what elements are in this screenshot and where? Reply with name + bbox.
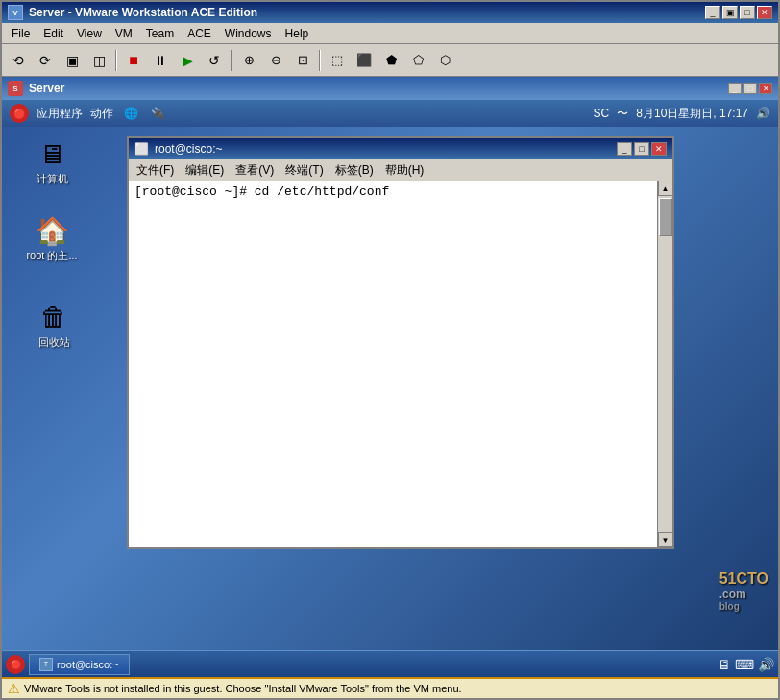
bottom-taskbar: 🔴 T root@cisco:~ 🖥 ⌨ 🔊 bbox=[2, 650, 778, 677]
vmware-window: V Server - VMware Workstation ACE Editio… bbox=[0, 0, 780, 700]
toolbar-btn-9[interactable]: ⬛ bbox=[352, 48, 377, 73]
computer-icon-label: 计算机 bbox=[35, 171, 70, 187]
server-icon: S bbox=[8, 81, 23, 96]
terminal-maximize-btn[interactable]: □ bbox=[634, 142, 649, 156]
toolbar-btn-11[interactable]: ⬠ bbox=[405, 48, 430, 73]
terminal-title-bar: ⬜ root@cisco:~ _ □ ✕ bbox=[129, 138, 672, 159]
taskbar-terminal-btn[interactable]: T root@cisco:~ bbox=[29, 654, 130, 675]
toolbar-btn-play[interactable]: ▶ bbox=[175, 48, 200, 73]
terminal-menu-edit[interactable]: 编辑(E) bbox=[182, 161, 228, 180]
terminal-close-btn[interactable]: ✕ bbox=[651, 142, 667, 156]
toolbar-btn-refresh[interactable]: ↺ bbox=[202, 48, 227, 73]
menu-ace[interactable]: ACE bbox=[182, 25, 217, 42]
trash-icon-label: 回收站 bbox=[37, 334, 72, 350]
desktop-icon-trash[interactable]: 🗑 回收站 bbox=[23, 300, 85, 350]
maximize-button[interactable]: □ bbox=[740, 6, 755, 19]
terminal-menu-file[interactable]: 文件(F) bbox=[133, 161, 178, 180]
toolbar: ⟲ ⟳ ▣ ◫ ■ ⏸ ▶ ↺ ⊕ ⊖ ⊡ ⬚ ⬛ ⬟ ⬠ ⬡ bbox=[2, 44, 778, 77]
taskbar-terminal-label: root@cisco:~ bbox=[57, 659, 119, 670]
desktop-icon-home[interactable]: 🏠 root 的主... bbox=[21, 213, 83, 264]
start-area: 🔴 bbox=[6, 655, 25, 674]
scrollbar-thumb[interactable] bbox=[659, 198, 672, 236]
terminal-menu-tabs[interactable]: 标签(B) bbox=[331, 161, 378, 180]
start-icon[interactable]: 🔴 bbox=[6, 655, 25, 674]
restore-button[interactable]: ▣ bbox=[722, 6, 738, 19]
vmware-icon: V bbox=[8, 5, 23, 20]
terminal-menu-terminal[interactable]: 终端(T) bbox=[281, 161, 327, 180]
terminal-title-left: ⬜ root@cisco:~ bbox=[134, 142, 223, 156]
signal-icon: 〜 bbox=[617, 106, 628, 122]
terminal-minimize-btn[interactable]: _ bbox=[617, 142, 632, 156]
network-icon-2: 🔌 bbox=[148, 106, 167, 121]
datetime-label: 8月10日星期日, 17:17 bbox=[636, 106, 748, 122]
warning-icon: ⚠ bbox=[8, 681, 20, 696]
vm-area: S Server _ □ ✕ 🔴 应用程序 动作 🌐 🔌 bbox=[2, 77, 778, 677]
terminal-command-line: [root@cisco ~]# cd /etc/httpd/conf bbox=[134, 184, 389, 199]
menu-windows[interactable]: Windows bbox=[219, 25, 278, 42]
inner-close-btn[interactable]: ✕ bbox=[759, 83, 772, 94]
systray: 🖥 ⌨ 🔊 bbox=[718, 657, 774, 672]
network-icon: 🌐 bbox=[121, 106, 140, 121]
toolbar-btn-10[interactable]: ⬟ bbox=[378, 48, 403, 73]
menu-vm[interactable]: VM bbox=[110, 25, 138, 42]
toolbar-btn-12[interactable]: ⬡ bbox=[432, 48, 457, 73]
volume-icon: 🔊 bbox=[756, 107, 770, 120]
home-icon-label: root 的主... bbox=[24, 248, 79, 264]
title-bar: V Server - VMware Workstation ACE Editio… bbox=[2, 2, 778, 23]
terminal-title-text: root@cisco:~ bbox=[155, 142, 223, 156]
desktop-icon-computer[interactable]: 🖥 计算机 bbox=[21, 136, 83, 187]
trash-icon-img: 🗑 bbox=[35, 300, 73, 334]
toolbar-sep-2 bbox=[231, 50, 232, 71]
terminal-scrollbar: ▲ ▼ bbox=[657, 181, 672, 547]
title-bar-controls: _ ▣ □ ✕ bbox=[705, 6, 772, 19]
action-menu-label[interactable]: 动作 bbox=[90, 106, 113, 122]
menu-edit[interactable]: Edit bbox=[37, 25, 69, 42]
toolbar-btn-8[interactable]: ⬚ bbox=[325, 48, 350, 73]
inner-taskbar-right: SC 〜 8月10日星期日, 17:17 🔊 bbox=[594, 106, 770, 122]
toolbar-btn-5[interactable]: ⊕ bbox=[236, 48, 261, 73]
app-menu-label[interactable]: 应用程序 bbox=[37, 106, 83, 122]
scrollbar-down-btn[interactable]: ▼ bbox=[658, 532, 673, 547]
terminal-title-icon: ⬜ bbox=[134, 142, 149, 156]
toolbar-sep-1 bbox=[115, 50, 117, 71]
minimize-button[interactable]: _ bbox=[705, 6, 720, 19]
inner-title-bar: S Server _ □ ✕ bbox=[2, 77, 778, 100]
toolbar-btn-6[interactable]: ⊖ bbox=[263, 48, 288, 73]
terminal-menu: 文件(F) 编辑(E) 查看(V) 终端(T) 标签(B) 帮助(H) bbox=[129, 159, 672, 181]
toolbar-btn-1[interactable]: ⟲ bbox=[6, 48, 31, 73]
status-bar: ⚠ VMware Tools is not installed in this … bbox=[2, 677, 778, 698]
inner-panel: S Server _ □ ✕ 🔴 应用程序 动作 🌐 🔌 bbox=[2, 77, 778, 677]
title-bar-left: V Server - VMware Workstation ACE Editio… bbox=[8, 5, 257, 20]
taskbar-terminal-icon: T bbox=[39, 658, 53, 671]
toolbar-btn-pause[interactable]: ⏸ bbox=[148, 48, 173, 73]
inner-maximize-btn[interactable]: □ bbox=[743, 83, 757, 94]
terminal-content[interactable]: [root@cisco ~]# cd /etc/httpd/conf bbox=[129, 181, 657, 547]
scrollbar-up-btn[interactable]: ▲ bbox=[658, 181, 673, 196]
toolbar-btn-4[interactable]: ◫ bbox=[86, 48, 111, 73]
menu-view[interactable]: View bbox=[71, 25, 108, 42]
toolbar-btn-7[interactable]: ⊡ bbox=[290, 48, 315, 73]
terminal-menu-help[interactable]: 帮助(H) bbox=[381, 161, 428, 180]
menu-bar: File Edit View VM Team ACE Windows Help bbox=[2, 23, 778, 44]
systray-net-icon: 🖥 bbox=[718, 657, 731, 672]
close-button[interactable]: ✕ bbox=[757, 6, 772, 19]
window-title: Server - VMware Workstation ACE Edition bbox=[29, 6, 257, 19]
menu-help[interactable]: Help bbox=[280, 25, 315, 42]
home-icon-img: 🏠 bbox=[33, 213, 71, 248]
watermark: 51CTO .com blog bbox=[719, 570, 768, 612]
locale-label: SC bbox=[594, 107, 610, 120]
toolbar-btn-3[interactable]: ▣ bbox=[60, 48, 85, 73]
status-message: VMware Tools is not installed in this gu… bbox=[24, 683, 462, 694]
app-menu-icon[interactable]: 🔴 bbox=[10, 104, 29, 123]
toolbar-btn-stop[interactable]: ■ bbox=[121, 48, 146, 73]
terminal-menu-view[interactable]: 查看(V) bbox=[232, 161, 278, 180]
inner-taskbar-top: 🔴 应用程序 动作 🌐 🔌 SC 〜 8月10日星期日, 17:17 🔊 bbox=[2, 100, 778, 127]
scrollbar-track[interactable] bbox=[659, 196, 672, 532]
menu-team[interactable]: Team bbox=[140, 25, 180, 42]
toolbar-btn-2[interactable]: ⟳ bbox=[33, 48, 58, 73]
terminal-title-controls: _ □ ✕ bbox=[617, 142, 667, 156]
toolbar-sep-3 bbox=[319, 50, 321, 71]
inner-title-left: S Server bbox=[8, 81, 64, 96]
menu-file[interactable]: File bbox=[6, 25, 36, 42]
inner-minimize-btn[interactable]: _ bbox=[728, 83, 742, 94]
